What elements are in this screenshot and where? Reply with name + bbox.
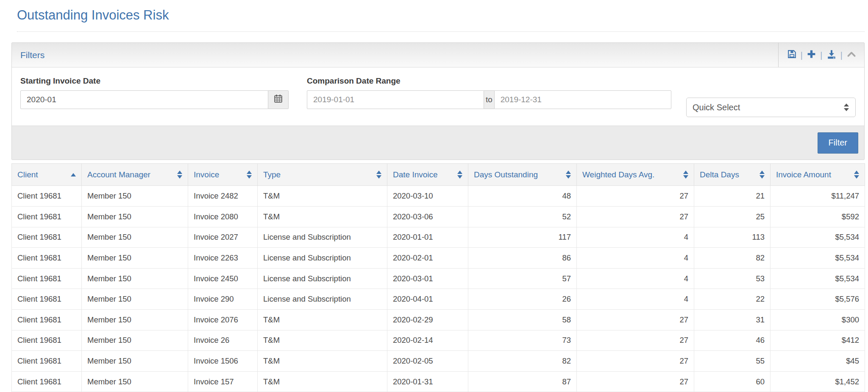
cell-type: T&M (258, 351, 387, 372)
cell-account_manager: Member 150 (82, 289, 188, 310)
cell-weighted_days_avg: 27 (577, 351, 694, 372)
column-header-invoice_amount[interactable]: Invoice Amount (771, 164, 865, 186)
comparison-from-date-input[interactable] (307, 90, 484, 109)
column-header-weighted_days_avg[interactable]: Weighted Days Avg. (577, 164, 694, 186)
cell-client: Client 19681 (12, 289, 82, 310)
save-filter-button[interactable] (787, 49, 797, 61)
filter-button[interactable]: Filter (818, 132, 858, 154)
column-label: Date Invoice (393, 170, 438, 179)
download-button[interactable] (826, 49, 837, 61)
cell-date_invoice: 2020-04-01 (387, 289, 468, 310)
cell-client: Client 19681 (12, 330, 82, 351)
comparison-date-range-group: Comparison Date Range to (307, 76, 671, 117)
cell-invoice_amount: $45 (771, 351, 865, 372)
comparison-date-range-label: Comparison Date Range (307, 76, 671, 86)
cell-weighted_days_avg: 27 (577, 186, 694, 207)
cell-invoice_amount: $5,534 (771, 227, 865, 248)
cell-account_manager: Member 150 (82, 268, 188, 289)
cell-weighted_days_avg: 4 (577, 227, 694, 248)
cell-delta_days: 31 (694, 309, 771, 330)
cell-date_invoice: 2020-02-29 (387, 309, 468, 330)
cell-type: License and Subscription (258, 227, 387, 248)
quick-select-group: Quick Select (686, 98, 856, 117)
cell-type: License and Subscription (258, 268, 387, 289)
toolbar-separator: | (801, 50, 803, 60)
cell-type: T&M (258, 309, 387, 330)
starting-invoice-date-group: Starting Invoice Date (20, 76, 289, 117)
filters-panel-title: Filters (20, 50, 45, 60)
page-title: Outstanding Invoices Risk (17, 6, 865, 24)
sort-ascending-icon (71, 173, 76, 176)
cell-days_outstanding: 82 (468, 351, 577, 372)
cell-client: Client 19681 (12, 248, 82, 269)
sort-icon (247, 171, 252, 179)
table-row: Client 19681Member 150Invoice 26T&M2020-… (12, 330, 865, 351)
column-header-type[interactable]: Type (258, 164, 387, 186)
cell-type: License and Subscription (258, 289, 387, 310)
quick-select-value: Quick Select (693, 103, 740, 112)
download-icon (826, 49, 837, 61)
column-label: Invoice (194, 170, 219, 179)
cell-invoice: Invoice 1506 (188, 351, 258, 372)
cell-type: T&M (258, 371, 387, 392)
cell-client: Client 19681 (12, 206, 82, 227)
cell-delta_days: 113 (694, 227, 771, 248)
comparison-to-date-input[interactable] (494, 90, 671, 109)
filters-panel-body: Starting Invoice Date (12, 67, 864, 126)
calendar-button[interactable] (268, 90, 289, 109)
sort-icon (376, 171, 381, 179)
cell-invoice: Invoice 2263 (188, 248, 258, 269)
sort-icon (457, 171, 462, 179)
add-filter-button[interactable] (807, 49, 816, 61)
cell-weighted_days_avg: 27 (577, 371, 694, 392)
chevron-up-icon (846, 49, 857, 61)
cell-account_manager: Member 150 (82, 351, 188, 372)
starting-invoice-date-label: Starting Invoice Date (20, 76, 289, 86)
cell-weighted_days_avg: 4 (577, 248, 694, 269)
starting-invoice-date-input[interactable] (20, 90, 268, 109)
cell-type: T&M (258, 206, 387, 227)
cell-date_invoice: 2020-03-06 (387, 206, 468, 227)
column-header-date_invoice[interactable]: Date Invoice (387, 164, 468, 186)
cell-invoice: Invoice 2482 (188, 186, 258, 207)
cell-account_manager: Member 150 (82, 330, 188, 351)
table-row: Client 19681Member 150Invoice 1506T&M202… (12, 351, 865, 372)
cell-delta_days: 25 (694, 206, 771, 227)
collapse-panel-button[interactable] (846, 49, 857, 61)
cell-delta_days: 55 (694, 351, 771, 372)
plus-icon (807, 49, 816, 61)
sort-icon (177, 171, 182, 179)
cell-delta_days: 21 (694, 186, 771, 207)
column-header-days_outstanding[interactable]: Days Outstanding (468, 164, 577, 186)
cell-invoice_amount: $592 (771, 206, 865, 227)
filters-panel-heading: Filters | (12, 43, 864, 67)
cell-days_outstanding: 26 (468, 289, 577, 310)
column-header-delta_days[interactable]: Delta Days (694, 164, 771, 186)
column-label: Weighted Days Avg. (582, 170, 654, 179)
cell-delta_days: 82 (694, 248, 771, 269)
filters-toolbar: | | (778, 43, 857, 67)
table-row: Client 19681Member 150Invoice 2263Licens… (12, 248, 865, 269)
floppy-disk-icon (787, 49, 797, 61)
cell-invoice_amount: $5,576 (771, 289, 865, 310)
cell-days_outstanding: 86 (468, 248, 577, 269)
sort-icon (760, 171, 765, 179)
column-header-account_manager[interactable]: Account Manager (82, 164, 188, 186)
cell-date_invoice: 2020-02-01 (387, 248, 468, 269)
sort-icon (854, 171, 859, 179)
quick-select-dropdown[interactable]: Quick Select (686, 98, 856, 117)
cell-date_invoice: 2020-03-10 (387, 186, 468, 207)
column-header-invoice[interactable]: Invoice (188, 164, 258, 186)
cell-days_outstanding: 87 (468, 371, 577, 392)
cell-invoice_amount: $5,534 (771, 268, 865, 289)
cell-account_manager: Member 150 (82, 371, 188, 392)
cell-date_invoice: 2020-03-01 (387, 268, 468, 289)
column-header-client[interactable]: Client (12, 164, 82, 186)
page: Outstanding Invoices Risk Filters | (0, 6, 865, 392)
toolbar-separator: | (820, 50, 822, 60)
cell-date_invoice: 2020-02-05 (387, 351, 468, 372)
cell-invoice_amount: $412 (771, 330, 865, 351)
cell-invoice_amount: $1,452 (771, 371, 865, 392)
cell-delta_days: 22 (694, 289, 771, 310)
table-row: Client 19681Member 150Invoice 290License… (12, 289, 865, 310)
